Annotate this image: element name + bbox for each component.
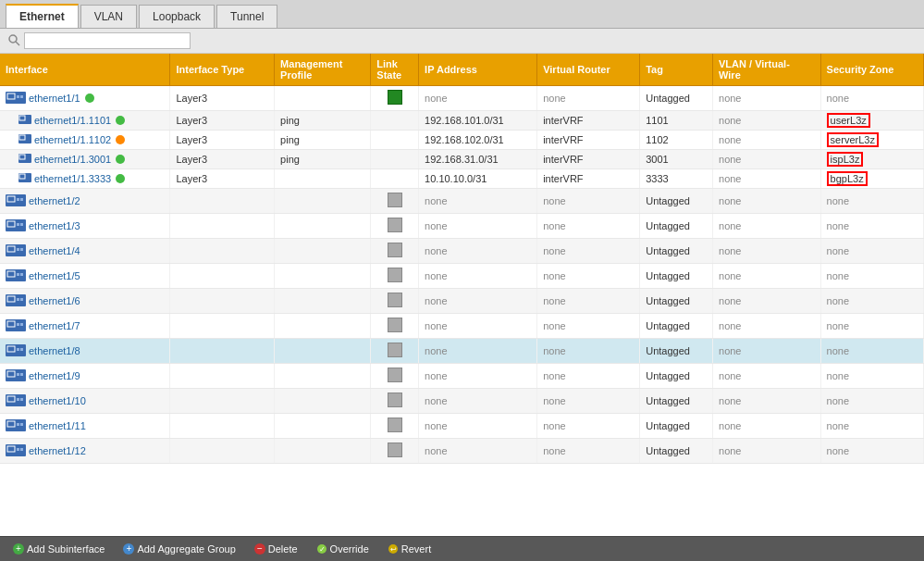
cell-link-state xyxy=(371,239,419,264)
delete-button[interactable]: − Delete xyxy=(251,542,302,556)
table-row[interactable]: ethernet1/10nonenoneUntaggednonenone xyxy=(0,389,924,414)
tab-ethernet[interactable]: Ethernet xyxy=(6,4,79,28)
cell-ip: none xyxy=(419,364,537,389)
cell-ip: none xyxy=(419,439,537,464)
table-row[interactable]: ethernet1/8nonenoneUntaggednonenone xyxy=(0,339,924,364)
cell-tag: Untagged xyxy=(640,214,713,239)
svg-text:✓: ✓ xyxy=(318,545,325,554)
cell-link-state xyxy=(371,150,419,169)
cell-vr: interVRF xyxy=(537,131,640,150)
search-input[interactable] xyxy=(24,32,191,49)
cell-vlan: none xyxy=(713,86,821,111)
cell-vr: none xyxy=(537,389,640,414)
cell-tag: 3001 xyxy=(640,150,713,169)
link-state-icon xyxy=(388,243,402,257)
table-row[interactable]: ethernet1/12nonenoneUntaggednonenone xyxy=(0,439,924,464)
cell-ip: 10.10.10.0/31 xyxy=(419,169,537,189)
override-button[interactable]: ✓ Override xyxy=(313,542,373,556)
cell-vr: none xyxy=(537,289,640,314)
table-row[interactable]: ethernet1/1.1101Layer3ping192.168.101.0/… xyxy=(0,111,924,131)
cell-mgmt xyxy=(275,389,371,414)
tab-vlan[interactable]: VLAN xyxy=(80,5,137,28)
cell-ip: none xyxy=(419,86,537,111)
cell-vlan: none xyxy=(713,439,821,464)
security-zone-badge: userL3z xyxy=(827,113,870,128)
cell-link-state xyxy=(371,289,419,314)
cell-type xyxy=(170,214,275,239)
cell-tag: 1101 xyxy=(640,111,713,131)
link-state-icon xyxy=(388,90,402,105)
cell-mgmt xyxy=(275,364,371,389)
interface-name-label: ethernet1/12 xyxy=(29,445,86,456)
interface-table: Interface Interface Type ManagementProfi… xyxy=(0,54,924,464)
link-state-icon xyxy=(388,368,402,382)
cell-type xyxy=(170,189,275,214)
table-row[interactable]: ethernet1/1.3001Layer3ping192.168.31.0/3… xyxy=(0,150,924,169)
cell-ip: none xyxy=(419,314,537,339)
cell-link-state xyxy=(371,214,419,239)
table-row[interactable]: ethernet1/7nonenoneUntaggednonenone xyxy=(0,314,924,339)
col-interface: Interface xyxy=(0,54,170,86)
table-row[interactable]: ethernet1/4nonenoneUntaggednonenone xyxy=(0,239,924,264)
cell-interface: ethernet1/7 xyxy=(0,314,170,339)
interface-name-label: ethernet1/1.3333 xyxy=(34,173,111,184)
table-row[interactable]: ethernet1/1Layer3nonenoneUntaggednonenon… xyxy=(0,86,924,111)
cell-interface: ethernet1/10 xyxy=(0,389,170,414)
cell-mgmt: ping xyxy=(275,111,371,131)
cell-link-state xyxy=(371,169,419,189)
cell-type: Layer3 xyxy=(170,131,275,150)
cell-link-state xyxy=(371,439,419,464)
svg-rect-40 xyxy=(17,348,19,351)
tab-loopback[interactable]: Loopback xyxy=(139,5,215,28)
cell-mgmt xyxy=(275,439,371,464)
cell-vr: none xyxy=(537,439,640,464)
table-row[interactable]: ethernet1/2nonenoneUntaggednonenone xyxy=(0,189,924,214)
interface-name-label: ethernet1/7 xyxy=(29,320,80,331)
footer-bar: + Add Subinterface + Add Aggregate Group… xyxy=(0,536,924,561)
cell-zone: none xyxy=(820,214,923,239)
interface-name-label: ethernet1/2 xyxy=(29,195,80,206)
svg-rect-37 xyxy=(20,323,23,326)
table-row[interactable]: ethernet1/1.3333Layer310.10.10.0/31inter… xyxy=(0,169,924,189)
add-aggregate-icon: + xyxy=(123,543,134,555)
cell-interface: ethernet1/4 xyxy=(0,239,170,264)
table-row[interactable]: ethernet1/3nonenoneUntaggednonenone xyxy=(0,214,924,239)
cell-interface: ethernet1/1 xyxy=(0,86,170,111)
svg-text:↩: ↩ xyxy=(389,545,396,554)
interface-name-label: ethernet1/3 xyxy=(29,220,80,231)
add-aggregate-button[interactable]: + Add Aggregate Group xyxy=(119,542,239,556)
cell-vlan: none xyxy=(713,131,821,150)
cell-zone: none xyxy=(820,364,923,389)
cell-tag: Untagged xyxy=(640,364,713,389)
link-state-icon xyxy=(388,218,402,232)
cell-type xyxy=(170,289,275,314)
link-state-icon xyxy=(388,268,402,282)
cell-vr: none xyxy=(537,414,640,439)
cell-vr: none xyxy=(537,239,640,264)
table-row[interactable]: ethernet1/9nonenoneUntaggednonenone xyxy=(0,364,924,389)
ethernet-icon xyxy=(6,344,26,358)
cell-interface: ethernet1/2 xyxy=(0,189,170,214)
svg-rect-41 xyxy=(20,348,23,351)
cell-vr: interVRF xyxy=(537,169,640,189)
revert-button[interactable]: ↩ Revert xyxy=(384,542,435,556)
table-row[interactable]: ethernet1/1.1102Layer3ping192.168.102.0/… xyxy=(0,131,924,150)
table-row[interactable]: ethernet1/6nonenoneUntaggednonenone xyxy=(0,289,924,314)
table-row[interactable]: ethernet1/11nonenoneUntaggednonenone xyxy=(0,414,924,439)
tab-tunnel[interactable]: Tunnel xyxy=(216,5,277,28)
cell-vr: none xyxy=(537,214,640,239)
svg-rect-48 xyxy=(17,398,19,401)
cell-vr: none xyxy=(537,339,640,364)
svg-rect-20 xyxy=(17,223,19,226)
cell-tag: Untagged xyxy=(640,414,713,439)
interface-name-label: ethernet1/8 xyxy=(29,345,80,356)
cell-zone: none xyxy=(820,264,923,289)
interface-name-label: ethernet1/5 xyxy=(29,270,80,281)
add-subinterface-label: Add Subinterface xyxy=(27,543,105,555)
ethernet-icon xyxy=(6,219,26,233)
table-row[interactable]: ethernet1/5nonenoneUntaggednonenone xyxy=(0,264,924,289)
cell-ip: 192.168.31.0/31 xyxy=(419,150,537,169)
ethernet-icon xyxy=(6,294,26,308)
add-subinterface-button[interactable]: + Add Subinterface xyxy=(9,542,108,556)
cell-ip: none xyxy=(419,339,537,364)
